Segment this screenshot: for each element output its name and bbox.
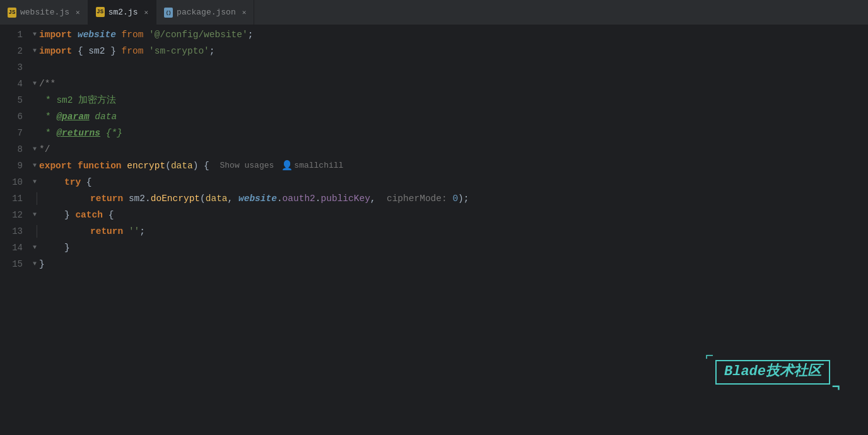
paren-close: ) (193, 158, 199, 174)
line-num-6: 6 (0, 108, 23, 125)
code-line-2: ▼ import { sm2 } from 'sm-crypto' ; (30, 43, 868, 59)
space-brace: { (198, 158, 214, 174)
dot-3: . (315, 190, 321, 207)
kw-import-2: import (39, 43, 78, 59)
line-num-13: 13 (0, 223, 23, 240)
comment-close: */ (39, 141, 50, 158)
kw-from-2: from (122, 43, 150, 59)
fold-arrow-10[interactable]: ▼ (33, 174, 37, 190)
tab-label-sm2-js: sm2.js (108, 8, 138, 17)
semi-2: ; (209, 43, 215, 59)
tab-close-sm2-js[interactable]: ✕ (144, 8, 148, 16)
kw-catch: catch (75, 207, 108, 223)
kw-export: export (39, 158, 78, 174)
brace-close-1: } (110, 43, 121, 59)
js-icon-website: JS (8, 8, 16, 17)
ident-website: website (78, 26, 122, 43)
ident-encrypt: encrypt (127, 158, 165, 174)
line-num-7: 7 (0, 125, 23, 141)
sm2-ref: sm2 (129, 190, 145, 207)
kw-try: try (64, 174, 86, 190)
catch-brace: { (108, 207, 114, 223)
code-line-7: * @returns {*} (30, 125, 868, 141)
string-config-website: '@/config/website' (149, 26, 248, 43)
string-sm-crypto: 'sm-crypto' (149, 43, 209, 59)
fold-arrow-2[interactable]: ▼ (33, 43, 37, 59)
tab-bar: JS website.js ✕ JS sm2.js ✕ {} package.j… (0, 0, 868, 25)
editor: 1 2 3 4 5 6 7 8 9 10 11 12 13 14 15 ▼ im… (0, 25, 868, 435)
prop-publickey: publicKey (321, 190, 370, 207)
tab-label-website-js: website.js (20, 8, 69, 17)
brace-open-1: { (78, 43, 88, 59)
function-close: } (39, 256, 45, 272)
jsdoc-returns-type: {*} (100, 125, 122, 141)
paren-do-close: ) (458, 190, 464, 207)
line-num-4: 4 (0, 76, 23, 92)
code-line-15: ▼ } (30, 256, 868, 272)
method-doencrypt: doEncrypt (151, 190, 200, 207)
code-line-5: * sm2 加密方法 (30, 92, 868, 108)
dot-2: . (277, 190, 283, 207)
prop-oauth2: oauth2 (283, 190, 315, 207)
jsdoc-param: @param (56, 108, 89, 125)
fold-arrow-4[interactable]: ▼ (33, 76, 37, 92)
code-line-4: ▼ /** (30, 76, 868, 92)
jsdoc-returns: @returns (56, 125, 100, 141)
tab-label-package-json: package.json (177, 8, 236, 17)
kw-from-1: from (122, 26, 150, 43)
tab-close-package-json[interactable]: ✕ (242, 8, 247, 16)
tab-sm2-js[interactable]: JS sm2.js ✕ (88, 0, 156, 25)
line-num-12: 12 (0, 207, 23, 223)
fold-arrow-12[interactable]: ▼ (33, 207, 37, 223)
line-num-2: 2 (0, 43, 23, 59)
comment-open: /** (39, 76, 56, 92)
kw-import-1: import (39, 26, 78, 43)
watermark-box: Blade技术社区 (715, 360, 830, 385)
line-num-5: 5 (0, 92, 23, 108)
semi-1: ; (248, 26, 254, 43)
dot-1: . (145, 190, 151, 207)
code-editor[interactable]: ▼ import website from '@/config/website'… (30, 25, 868, 435)
code-line-6: * @param data (30, 108, 868, 125)
fold-arrow-8[interactable]: ▼ (33, 141, 37, 158)
code-line-9: ▼ export function encrypt ( data ) { Sho… (30, 158, 868, 174)
js-icon-sm2: JS (96, 8, 105, 16)
code-line-14: ▼ } (30, 240, 868, 256)
semi-13: ; (139, 223, 145, 240)
fold-arrow-14[interactable]: ▼ (33, 240, 37, 256)
comma-2: , (370, 190, 381, 207)
show-usages-hint[interactable]: Show usages (220, 158, 274, 174)
arg-data: data (206, 190, 228, 207)
fold-arrow-9[interactable]: ▼ (33, 158, 37, 174)
watermark-container: ⌐ Blade技术社区 ¬ (715, 360, 830, 385)
line-num-9: 9 (0, 158, 23, 174)
author-label: smallchill (294, 158, 343, 174)
comment-desc: * sm2 加密方法 (45, 92, 116, 108)
catch-close: } (64, 240, 70, 256)
tab-package-json[interactable]: {} package.json ✕ (156, 0, 254, 25)
param-data: data (171, 158, 193, 174)
paren-do-open: ( (200, 190, 206, 207)
try-close: } (64, 207, 75, 223)
num-0: 0 (452, 190, 458, 207)
author-icon: 👤 (281, 158, 293, 174)
watermark-bracket-tl: ⌐ (705, 349, 713, 365)
fold-arrow-1[interactable]: ▼ (33, 26, 37, 43)
code-line-13: return '' ; (30, 223, 868, 240)
kw-function: function (78, 158, 127, 174)
tab-close-website-js[interactable]: ✕ (76, 8, 80, 16)
line-num-14: 14 (0, 240, 23, 256)
comma-1: , (228, 190, 238, 207)
tab-website-js[interactable]: JS website.js ✕ (0, 0, 88, 25)
line-numbers: 1 2 3 4 5 6 7 8 9 10 11 12 13 14 15 (0, 25, 30, 435)
code-line-11: return sm2 . doEncrypt ( data , website … (30, 190, 868, 207)
ident-website-ref: website (238, 190, 277, 207)
code-line-3 (30, 59, 868, 76)
line-num-15: 15 (0, 256, 23, 272)
paren-open: ( (165, 158, 171, 174)
line-num-3: 3 (0, 59, 23, 76)
comment-star-returns: * (45, 125, 56, 141)
inline-hint-ciphermode: cipherMode: (381, 190, 452, 207)
json-icon-package: {} (164, 8, 173, 17)
fold-arrow-15[interactable]: ▼ (33, 256, 37, 272)
